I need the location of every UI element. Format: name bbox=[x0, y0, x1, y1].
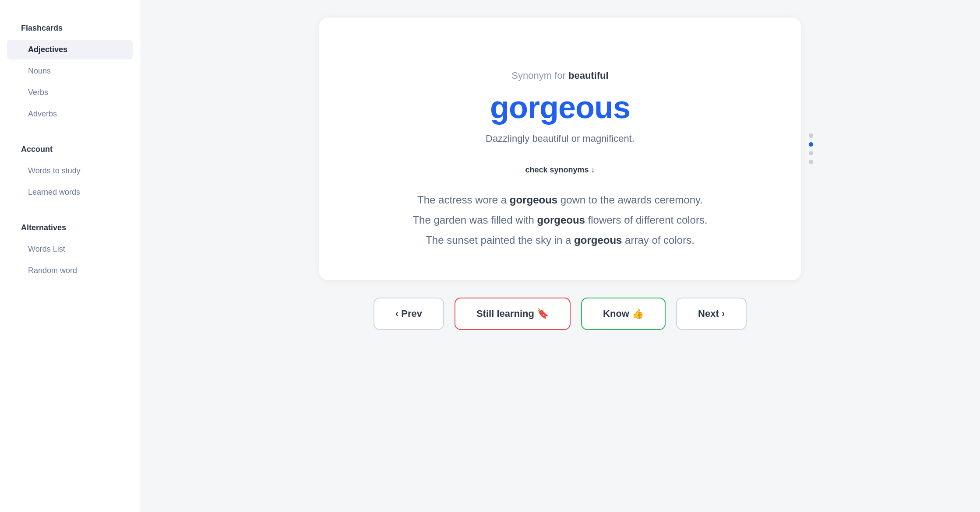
main-word: gorgeous bbox=[490, 89, 630, 125]
sidebar-item-adjectives[interactable]: Adjectives bbox=[7, 40, 133, 60]
card-wrapper: Synonym for beautiful gorgeous Dazzlingl… bbox=[319, 18, 801, 280]
dot-4 bbox=[809, 160, 813, 164]
definition: Dazzlingly beautiful or magnificent. bbox=[486, 133, 635, 144]
prev-button[interactable]: ‹ Prev bbox=[374, 298, 444, 330]
synonym-label: Synonym for beautiful bbox=[511, 70, 608, 81]
still-learning-button[interactable]: Still learning 🔖 bbox=[455, 298, 571, 330]
know-button[interactable]: Know 👍 bbox=[581, 298, 666, 330]
synonym-word: beautiful bbox=[568, 70, 609, 81]
sidebar-item-random-word[interactable]: Random word bbox=[7, 261, 133, 281]
flashcard: Synonym for beautiful gorgeous Dazzlingl… bbox=[319, 18, 801, 280]
example-1: The actress wore a gorgeous gown to the … bbox=[417, 192, 703, 208]
sidebar: Flashcards Adjectives Nouns Verbs Adverb… bbox=[0, 0, 140, 512]
sidebar-item-learned-words[interactable]: Learned words bbox=[7, 182, 133, 202]
main-content: Synonym for beautiful gorgeous Dazzlingl… bbox=[140, 0, 980, 512]
progress-dots bbox=[809, 133, 813, 164]
dot-3 bbox=[809, 151, 813, 155]
sidebar-item-adverbs[interactable]: Adverbs bbox=[7, 104, 133, 124]
example-2: The garden was filled with gorgeous flow… bbox=[412, 212, 707, 228]
dot-2 bbox=[809, 142, 813, 147]
check-synonyms-button[interactable]: check synonyms ↓ bbox=[525, 165, 595, 175]
next-button[interactable]: Next › bbox=[676, 298, 747, 330]
sidebar-item-words-to-study[interactable]: Words to study bbox=[7, 161, 133, 181]
bottom-controls: ‹ Prev Still learning 🔖 Know 👍 Next › bbox=[374, 298, 747, 330]
example-3: The sunset painted the sky in a gorgeous… bbox=[426, 232, 694, 248]
sidebar-item-verbs[interactable]: Verbs bbox=[7, 83, 133, 102]
sidebar-section-flashcards: Flashcards bbox=[0, 18, 140, 39]
sidebar-item-nouns[interactable]: Nouns bbox=[7, 61, 133, 81]
sidebar-item-words-list[interactable]: Words List bbox=[7, 239, 133, 259]
examples-list: The actress wore a gorgeous gown to the … bbox=[354, 192, 766, 248]
dot-1 bbox=[809, 133, 813, 138]
sidebar-section-alternatives: Alternatives bbox=[0, 217, 140, 238]
sidebar-section-account: Account bbox=[0, 139, 140, 160]
